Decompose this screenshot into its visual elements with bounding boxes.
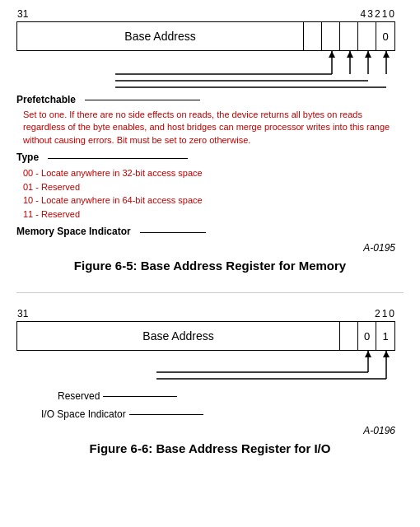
arrows-svg-5 bbox=[16, 51, 395, 92]
svg-marker-14 bbox=[383, 351, 390, 357]
figure-6-6: 31 2 1 0 Base Address 0 1 bbox=[16, 308, 404, 455]
bit-label-1: 1 bbox=[382, 8, 388, 20]
bit-label-2: 2 bbox=[375, 8, 380, 20]
fig-number-5: A-0195 bbox=[16, 242, 395, 254]
io-space-label-6: I/O Space Indicator bbox=[41, 407, 126, 422]
bit4-cell bbox=[304, 22, 322, 50]
bit1-cell-6: 0 bbox=[358, 322, 376, 350]
register-diagram-6: 31 2 1 0 Base Address 0 1 bbox=[16, 308, 395, 436]
svg-marker-1 bbox=[329, 51, 335, 58]
arrows-area-6 bbox=[16, 351, 395, 389]
prefetchable-text: Set to one. If there are no side effects… bbox=[23, 109, 395, 147]
svg-marker-5 bbox=[365, 51, 371, 58]
figure-6-5: 31 4 3 2 1 0 Base Address 0 bbox=[16, 8, 404, 273]
prefetchable-row: Prefetchable bbox=[16, 92, 395, 107]
bit-labels-right-6: 2 1 0 bbox=[375, 308, 394, 319]
annotations-5: Prefetchable Set to one. If there are no… bbox=[16, 92, 395, 239]
reserved-row-6: Reserved bbox=[16, 389, 395, 403]
type-option-2: 10 - Locate anywhere in 64-bit access sp… bbox=[23, 194, 395, 208]
bit-label-2-6: 2 bbox=[375, 308, 380, 319]
svg-marker-7 bbox=[383, 51, 390, 58]
prefetchable-label: Prefetchable bbox=[16, 94, 76, 105]
bit3-cell bbox=[322, 22, 340, 50]
bit-label-31: 31 bbox=[17, 8, 28, 20]
bit0-cell-6: 1 bbox=[376, 322, 394, 350]
bit-labels-right-5: 4 3 2 1 0 bbox=[361, 8, 394, 20]
register-diagram-5: 31 4 3 2 1 0 Base Address 0 bbox=[16, 8, 395, 254]
memory-space-row: Memory Space Indicator bbox=[16, 224, 395, 239]
bit-label-31-6: 31 bbox=[17, 308, 28, 319]
bit-label-4: 4 bbox=[361, 8, 366, 20]
fig-number-6: A-0196 bbox=[16, 425, 395, 436]
figure-caption-5: Figure 6-5: Base Address Register for Me… bbox=[16, 259, 404, 273]
bit-labels-row-5: 31 4 3 2 1 0 bbox=[16, 8, 395, 20]
type-option-3: 11 - Reserved bbox=[23, 208, 395, 222]
bit-label-0: 0 bbox=[389, 8, 394, 20]
prefetchable-description: Set to one. If there are no side effects… bbox=[23, 110, 390, 145]
svg-marker-12 bbox=[365, 351, 371, 357]
bit2-cell-6 bbox=[340, 322, 358, 350]
figure-caption-6: Figure 6-6: Base Address Register for I/… bbox=[16, 441, 404, 455]
bit-label-0-6: 0 bbox=[389, 308, 394, 319]
base-address-label-6: Base Address bbox=[17, 322, 340, 350]
arrows-svg-6 bbox=[16, 351, 395, 389]
type-options: 00 - Locate anywhere in 32-bit access sp… bbox=[23, 166, 395, 221]
bit-labels-row-6: 31 2 1 0 bbox=[16, 308, 395, 319]
bit1-cell bbox=[358, 22, 376, 50]
bit0-cell: 0 bbox=[376, 22, 394, 50]
base-address-label-5: Base Address bbox=[17, 22, 304, 50]
bit2-cell bbox=[340, 22, 358, 50]
io-space-row-6: I/O Space Indicator bbox=[16, 407, 395, 422]
reserved-label-6: Reserved bbox=[58, 389, 100, 403]
type-option-0: 00 - Locate anywhere in 32-bit access sp… bbox=[23, 166, 395, 180]
type-label: Type bbox=[16, 152, 39, 163]
bit-label-1-6: 1 bbox=[382, 308, 388, 319]
type-option-1: 01 - Reserved bbox=[23, 180, 395, 194]
arrows-area-5 bbox=[16, 51, 395, 92]
annotations-6: Reserved I/O Space Indicator bbox=[16, 389, 395, 422]
register-box-5: Base Address 0 bbox=[16, 21, 395, 51]
type-row: Type bbox=[16, 150, 395, 165]
bit-label-3: 3 bbox=[367, 8, 373, 20]
svg-marker-3 bbox=[347, 51, 353, 58]
register-box-6: Base Address 0 1 bbox=[16, 321, 395, 351]
memory-space-label: Memory Space Indicator bbox=[16, 226, 131, 237]
section-divider bbox=[16, 292, 404, 293]
